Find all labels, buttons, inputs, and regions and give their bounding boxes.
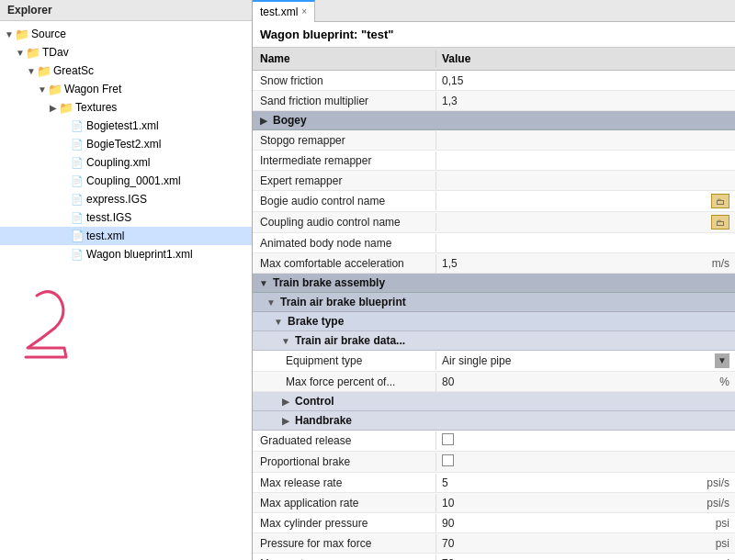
control-label: Control: [295, 395, 334, 408]
textures-label: Textures: [75, 101, 117, 114]
tree-item-textures[interactable]: ▶ 📁 Textures: [0, 98, 252, 117]
max-system-value[interactable]: 70: [436, 554, 698, 561]
section-brake-type[interactable]: ▼ Brake type: [253, 312, 735, 331]
expand-bogey-icon: ▶: [258, 116, 269, 126]
tree-container[interactable]: ▼ 📁 Source ▼ 📁 TDav ▼ 📁 GreatSc ▼ 📁 Wago…: [0, 21, 252, 560]
equipment-type-name: Equipment type: [253, 352, 436, 370]
animated-body-value[interactable]: [436, 241, 735, 246]
tree-item-tesstigs[interactable]: 📄 tesst.IGS: [0, 208, 252, 227]
tree-item-coupling[interactable]: 📄 Coupling.xml: [0, 153, 252, 172]
properties-panel: test.xml × Wagon blueprint: "test" Name …: [253, 0, 735, 560]
tree-item-bogietest2[interactable]: 📄 BogieTest2.xml: [0, 135, 252, 153]
bogietest2-label: BogieTest2.xml: [86, 138, 161, 151]
pressure-max-force-value[interactable]: 70: [436, 534, 698, 553]
max-comfortable-value[interactable]: 1,5: [436, 254, 698, 273]
stopgo-value[interactable]: [436, 138, 735, 143]
properties-title: Wagon blueprint: "test": [260, 28, 393, 41]
expand-handbrake-icon: ▶: [280, 416, 291, 426]
tab-close-button[interactable]: ×: [301, 6, 307, 17]
expert-name: Expert remapper: [253, 172, 436, 190]
tree-item-expressigs[interactable]: 📄 express.IGS: [0, 190, 252, 208]
expand-tdav[interactable]: ▼: [15, 48, 26, 58]
row-animated-body: Animated body node name: [253, 233, 735, 253]
tree-item-greatsc[interactable]: ▼ 📁 GreatSc: [0, 62, 252, 80]
xml-icon-bogietest2: 📄: [70, 137, 85, 151]
coupling-audio-btn[interactable]: 🗀: [698, 212, 735, 232]
bogie-audio-name: Bogie audio control name: [253, 192, 436, 210]
explorer-panel: Explorer ▼ 📁 Source ▼ 📁 TDav ▼ 📁 GreatSc…: [0, 0, 253, 560]
section-train-air-brake[interactable]: ▼ Train air brake blueprint: [253, 293, 735, 312]
train-air-brake-label: Train air brake blueprint: [280, 296, 406, 308]
section-train-brake-assembly[interactable]: ▼ Train brake assembly: [253, 274, 735, 293]
expand-control-icon: ▶: [280, 397, 291, 407]
max-comfortable-name: Max comfortable acceleration: [253, 254, 436, 273]
proportional-brake-checkbox[interactable]: [442, 454, 454, 466]
intermediate-name: Intermediate remapper: [253, 151, 436, 170]
folder-icon-source: 📁: [15, 27, 29, 41]
section-bogey[interactable]: ▶ Bogey: [253, 111, 735, 130]
row-snow-friction: Snow friction 0,15: [253, 71, 735, 91]
max-cylinder-name: Max cylinder pressure: [253, 514, 436, 532]
tree-item-source[interactable]: ▼ 📁 Source: [0, 25, 252, 43]
bogey-label: Bogey: [273, 114, 307, 127]
expand-source[interactable]: ▼: [4, 29, 15, 39]
snow-friction-value[interactable]: 0,15: [436, 72, 735, 90]
max-comfortable-unit: m/s: [698, 254, 735, 273]
expert-value[interactable]: [436, 178, 735, 184]
max-system-unit: psi: [698, 554, 735, 561]
tree-item-testxml[interactable]: 📄 test.xml: [0, 227, 252, 245]
row-sand-friction: Sand friction multiplier 1,3: [253, 91, 735, 111]
equipment-type-value[interactable]: Air single pipe: [436, 352, 698, 370]
row-max-system-pressure: Max system pressure 70 psi: [253, 554, 735, 560]
expand-wagonfret[interactable]: ▼: [37, 84, 48, 95]
expand-brake-type-icon: ▼: [273, 317, 284, 327]
row-max-release-rate: Max release rate 5 psi/s: [253, 473, 735, 493]
column-headers: Name Value: [253, 48, 735, 71]
tree-item-wagonfret[interactable]: ▼ 📁 Wagon Fret: [0, 80, 252, 98]
section-air-brake-data[interactable]: ▼ Train air brake data...: [253, 331, 735, 351]
snow-friction-name: Snow friction: [253, 72, 436, 90]
section-handbrake[interactable]: ▶ Handbrake: [253, 411, 735, 431]
row-equipment-type: Equipment type Air single pipe ▼: [253, 351, 735, 372]
handbrake-label: Handbrake: [295, 414, 352, 427]
expand-textures[interactable]: ▶: [48, 103, 59, 113]
section-control[interactable]: ▶ Control: [253, 392, 735, 411]
train-brake-assembly-label: Train brake assembly: [273, 276, 385, 289]
graduated-release-value[interactable]: [436, 431, 735, 451]
max-release-unit: psi/s: [698, 474, 735, 492]
bogie-audio-btn[interactable]: 🗀: [698, 191, 735, 211]
expand-greatsc[interactable]: ▼: [26, 66, 37, 76]
folder-btn-bogie[interactable]: 🗀: [711, 194, 729, 208]
folder-icon-tdav: 📁: [26, 45, 40, 60]
row-proportional-brake: Proportional brake: [253, 452, 735, 473]
equipment-dropdown[interactable]: ▼: [698, 351, 735, 371]
graduated-release-checkbox[interactable]: [442, 433, 454, 445]
dropdown-arrow-equipment[interactable]: ▼: [715, 353, 729, 368]
pressure-max-force-unit: psi: [698, 534, 735, 553]
tree-item-tdav[interactable]: ▼ 📁 TDav: [0, 43, 252, 62]
bogietest1-label: Bogietest1.xml: [86, 119, 159, 132]
bogie-audio-value[interactable]: [436, 198, 698, 204]
max-force-value[interactable]: 80: [436, 373, 698, 391]
graduated-release-name: Graduated release: [253, 431, 436, 450]
tree-item-wagonblueprint[interactable]: 📄 Wagon blueprint1.xml: [0, 245, 252, 263]
tree-item-bogietest1[interactable]: 📄 Bogietest1.xml: [0, 117, 252, 135]
tab-testxml[interactable]: test.xml ×: [253, 0, 315, 22]
xml-icon-wagonblueprint: 📄: [70, 247, 85, 262]
coupling-audio-value[interactable]: [436, 219, 698, 225]
max-application-value[interactable]: 10: [436, 494, 698, 512]
max-release-value[interactable]: 5: [436, 474, 698, 492]
explorer-title: Explorer: [0, 0, 252, 21]
tree-item-coupling0001[interactable]: 📄 Coupling_0001.xml: [0, 172, 252, 190]
row-bogie-audio: Bogie audio control name 🗀: [253, 191, 735, 212]
max-cylinder-unit: psi: [698, 514, 735, 532]
folder-icon-greatsc: 📁: [37, 63, 51, 78]
coupling-label: Coupling.xml: [86, 156, 150, 169]
sand-friction-value[interactable]: 1,3: [436, 92, 735, 110]
folder-btn-coupling[interactable]: 🗀: [711, 215, 729, 230]
proportional-brake-value[interactable]: [436, 452, 735, 472]
max-cylinder-value[interactable]: 90: [436, 514, 698, 532]
props-table[interactable]: Snow friction 0,15 Sand friction multipl…: [253, 71, 735, 560]
wagonfret-label: Wagon Fret: [64, 83, 121, 95]
intermediate-value[interactable]: [436, 158, 735, 163]
